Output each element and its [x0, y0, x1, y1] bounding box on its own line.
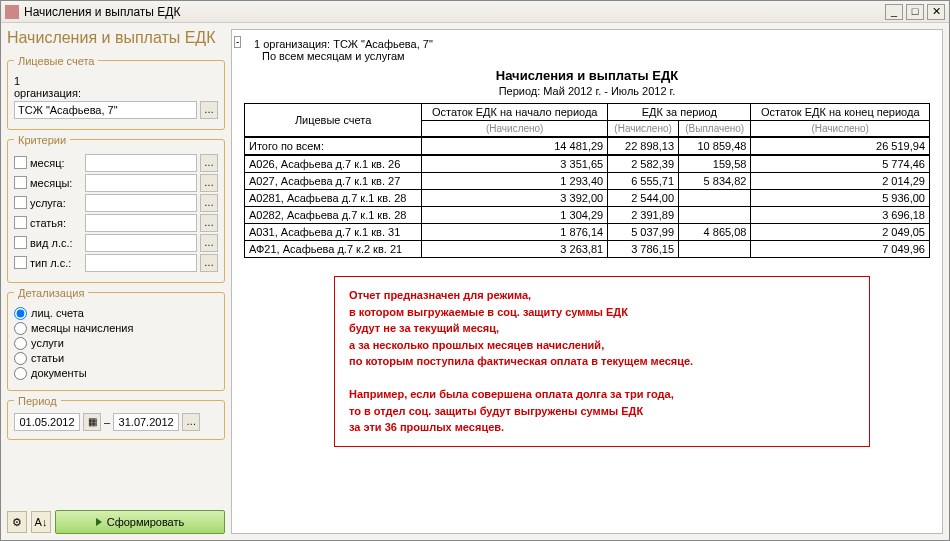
close-button[interactable]: ✕ [927, 4, 945, 20]
criteria-checkbox[interactable] [14, 216, 27, 229]
criteria-field[interactable] [85, 154, 197, 172]
criteria-label: статья: [30, 217, 82, 229]
detail-legend: Детализация [14, 287, 88, 299]
period-legend: Период [14, 395, 61, 407]
org-label: 1 организация: [14, 75, 81, 99]
table-row: А027, Асафьева д.7 к.1 кв. 271 293,406 5… [245, 173, 930, 190]
criteria-picker[interactable]: … [200, 154, 218, 172]
detail-row: статьи [14, 352, 218, 365]
criteria-row: услуга:… [14, 194, 218, 212]
sidebar: Начисления и выплаты ЕДК Лицевые счета 1… [7, 29, 225, 534]
period-to-input[interactable] [113, 413, 179, 431]
play-icon [96, 518, 102, 526]
criteria-label: месяцы: [30, 177, 82, 189]
criteria-picker[interactable]: … [200, 194, 218, 212]
criteria-picker[interactable]: … [200, 234, 218, 252]
detail-label: услуги [31, 337, 64, 349]
col-period: ЕДК за период [608, 104, 751, 121]
criteria-checkbox[interactable] [14, 236, 27, 249]
maximize-button[interactable]: □ [906, 4, 924, 20]
period-group: Период ▦ – … [7, 395, 225, 440]
accounts-legend: Лицевые счета [14, 55, 98, 67]
criteria-row: вид л.с.:… [14, 234, 218, 252]
app-window: Начисления и выплаты ЕДК _ □ ✕ Начислени… [0, 0, 950, 541]
period-to-picker[interactable]: … [182, 413, 200, 431]
col-accounts: Лицевые счета [245, 104, 422, 138]
criteria-field[interactable] [85, 214, 197, 232]
window-title: Начисления и выплаты ЕДК [24, 5, 885, 19]
criteria-picker[interactable]: … [200, 214, 218, 232]
detail-row: месяцы начисления [14, 322, 218, 335]
col-start: Остаток ЕДК на начало периода [422, 104, 608, 121]
table-row: А031, Асафьева д.7 к.1 кв. 311 876,145 0… [245, 224, 930, 241]
criteria-group: Критерии месяц:…месяцы:…услуга:…статья:…… [7, 134, 225, 283]
table-row: А0281, Асафьева д.7 к.1 кв. 283 392,002 … [245, 190, 930, 207]
generate-button[interactable]: Сформировать [55, 510, 225, 534]
criteria-checkbox[interactable] [14, 256, 27, 269]
criteria-row: тип л.с.:… [14, 254, 218, 272]
table-row: А026, Асафьева д.7 к.1 кв. 263 351,652 5… [245, 155, 930, 173]
minimize-button[interactable]: _ [885, 4, 903, 20]
period-from-input[interactable] [14, 413, 80, 431]
criteria-field[interactable] [85, 254, 197, 272]
page-title: Начисления и выплаты ЕДК [7, 29, 225, 47]
settings-icon[interactable]: ⚙ [7, 511, 27, 533]
table-row: АФ21, Асафьева д.7 к.2 кв. 213 263,813 7… [245, 241, 930, 258]
detail-row: услуги [14, 337, 218, 350]
col-end: Остаток ЕДК на конец периода [751, 104, 930, 121]
detail-label: статьи [31, 352, 64, 364]
criteria-label: месяц: [30, 157, 82, 169]
report-subline: По всем месяцам и услугам [262, 50, 930, 62]
criteria-row: статья:… [14, 214, 218, 232]
criteria-row: месяц:… [14, 154, 218, 172]
report-area: - 1 организация: ТСЖ "Асафьева, 7" По вс… [231, 29, 943, 534]
detail-label: документы [31, 367, 87, 379]
report-orgline: 1 организация: ТСЖ "Асафьева, 7" [254, 38, 930, 50]
criteria-field[interactable] [85, 174, 197, 192]
criteria-checkbox[interactable] [14, 196, 27, 209]
period-from-picker[interactable]: ▦ [83, 413, 101, 431]
criteria-label: тип л.с.: [30, 257, 82, 269]
report-period: Период: Май 2012 г. - Июль 2012 г. [244, 85, 930, 97]
criteria-picker[interactable]: … [200, 254, 218, 272]
detail-radio[interactable] [14, 337, 27, 350]
report-note: Отчет предназначен для режима, в котором… [334, 276, 870, 447]
accounts-group: Лицевые счета 1 организация: … [7, 55, 225, 130]
detail-radio[interactable] [14, 307, 27, 320]
detail-radio[interactable] [14, 367, 27, 380]
report-table: Лицевые счета Остаток ЕДК на начало пери… [244, 103, 930, 258]
collapse-marker[interactable]: - [234, 36, 241, 48]
detail-row: лиц. счета [14, 307, 218, 320]
detail-group: Детализация лиц. счетамесяцы начисленияу… [7, 287, 225, 391]
criteria-checkbox[interactable] [14, 156, 27, 169]
table-row: А0282, Асафьева д.7 к.1 кв. 281 304,292 … [245, 207, 930, 224]
criteria-label: вид л.с.: [30, 237, 82, 249]
report-title: Начисления и выплаты ЕДК [244, 68, 930, 83]
detail-label: лиц. счета [31, 307, 84, 319]
criteria-row: месяцы:… [14, 174, 218, 192]
app-icon [5, 5, 19, 19]
criteria-legend: Критерии [14, 134, 70, 146]
detail-radio[interactable] [14, 322, 27, 335]
org-input[interactable] [14, 101, 197, 119]
sort-icon[interactable]: A↓ [31, 511, 51, 533]
detail-row: документы [14, 367, 218, 380]
detail-radio[interactable] [14, 352, 27, 365]
titlebar: Начисления и выплаты ЕДК _ □ ✕ [1, 1, 949, 23]
criteria-field[interactable] [85, 234, 197, 252]
total-row: Итого по всем:14 481,2922 898,1310 859,4… [245, 137, 930, 155]
criteria-field[interactable] [85, 194, 197, 212]
detail-label: месяцы начисления [31, 322, 133, 334]
org-picker-button[interactable]: … [200, 101, 218, 119]
criteria-picker[interactable]: … [200, 174, 218, 192]
criteria-checkbox[interactable] [14, 176, 27, 189]
criteria-label: услуга: [30, 197, 82, 209]
